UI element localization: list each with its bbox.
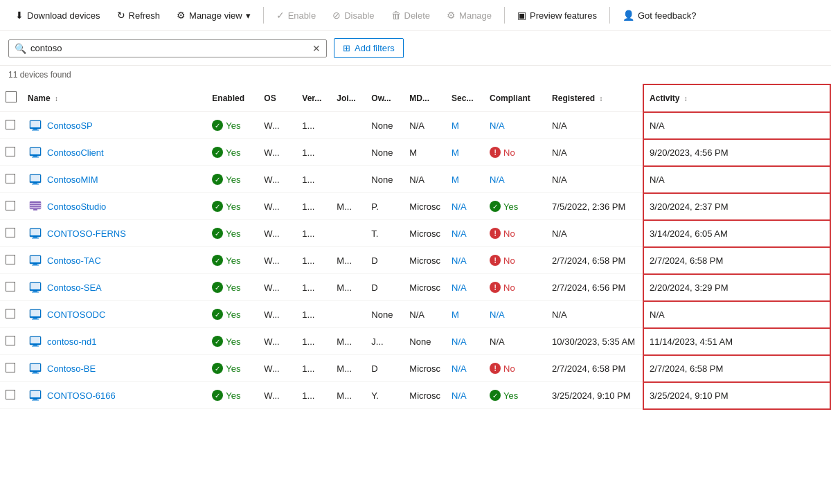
filter-icon: ⊞ (343, 43, 350, 53)
chevron-down-icon: ▾ (246, 10, 251, 21)
select-all-checkbox[interactable] (0, 84, 22, 112)
svg-rect-40 (32, 373, 39, 374)
compliant-cell: ✓ Yes (484, 382, 546, 409)
activity-cell: N/A (643, 301, 830, 328)
row-checkbox[interactable] (6, 255, 15, 264)
activity-cell: N/A (643, 112, 830, 139)
svg-rect-20 (32, 238, 39, 239)
device-icon (28, 307, 43, 321)
device-name-link[interactable]: Contoso-BE (47, 363, 96, 374)
row-checkbox[interactable] (6, 390, 15, 399)
device-name-link[interactable]: ContosoStudio (47, 201, 106, 212)
svg-rect-14 (30, 205, 41, 206)
clear-search-icon[interactable]: ✕ (312, 43, 321, 54)
device-name-link[interactable]: ContosoMIM (47, 174, 98, 185)
enabled-cell: ✓ Yes (206, 355, 258, 382)
table-row: ContosoSP ✓ Yes W... 1... None N/A M N/A… (0, 112, 830, 139)
separator-2 (504, 7, 505, 24)
search-icon: 🔍 (15, 43, 26, 54)
own-cell: Y. (366, 382, 404, 409)
svg-rect-6 (33, 156, 37, 157)
enabled-cell: ✓ Yes (206, 274, 258, 301)
own-cell: J... (366, 328, 404, 355)
row-checkbox[interactable] (6, 282, 15, 291)
svg-rect-2 (33, 129, 37, 130)
sec-cell: N/A (446, 220, 484, 247)
delete-button[interactable]: 🗑 Delete (384, 6, 438, 25)
row-checkbox[interactable] (6, 120, 15, 129)
registered-cell: N/A (546, 112, 643, 139)
device-name-link[interactable]: CONTOSO-6166 (47, 390, 116, 401)
search-bar: 🔍 ✕ ⊞ Add filters (0, 31, 831, 66)
device-icon (28, 172, 43, 186)
registered-cell: 3/25/2024, 9:10 PM (546, 382, 643, 409)
row-checkbox[interactable] (6, 309, 15, 318)
md-cell: M (404, 139, 446, 166)
enabled-cell: ✓ Yes (206, 328, 258, 355)
registered-cell: 10/30/2023, 5:35 AM (546, 328, 643, 355)
table-header-row: Name ↕ Enabled OS Ver... Joi... Ow... (0, 84, 830, 112)
joi-cell: M... (331, 328, 366, 355)
svg-rect-30 (30, 310, 40, 316)
col-header-registered[interactable]: Registered ↕ (546, 84, 643, 112)
row-checkbox[interactable] (6, 336, 15, 345)
device-name-link[interactable]: contoso-nd1 (47, 336, 97, 347)
manage-button[interactable]: ⚙ Manage (440, 6, 499, 25)
preview-features-button[interactable]: ▣ Preview features (510, 6, 604, 25)
os-cell: W... (258, 112, 296, 139)
row-checkbox[interactable] (6, 147, 15, 156)
compliant-cell: N/A (484, 301, 546, 328)
md-cell: N/A (404, 301, 446, 328)
row-checkbox[interactable] (6, 201, 15, 210)
sec-cell: N/A (446, 274, 484, 301)
enable-button[interactable]: ✓ Enable (269, 6, 323, 25)
col-header-name[interactable]: Name ↕ (22, 84, 206, 112)
os-cell: W... (258, 274, 296, 301)
device-name-cell: ContosoClient (22, 139, 206, 166)
os-cell: W... (258, 355, 296, 382)
disable-button[interactable]: ⊘ Disable (325, 6, 381, 25)
svg-rect-9 (30, 175, 40, 181)
sec-cell: M (446, 139, 484, 166)
activity-cell: 11/14/2023, 4:51 AM (643, 328, 830, 355)
enabled-cell: ✓ Yes (206, 247, 258, 274)
device-name-cell: Contoso-SEA (22, 274, 206, 301)
device-name-link[interactable]: CONTOSODC (47, 309, 105, 320)
device-name-link[interactable]: ContosoSP (47, 120, 93, 131)
activity-cell: 3/20/2024, 2:37 PM (643, 193, 830, 220)
table-row: CONTOSODC ✓ Yes W... 1... None N/A M N/A… (0, 301, 830, 328)
col-header-activity[interactable]: Activity ↕ (643, 84, 830, 112)
registered-cell: 7/5/2022, 2:36 PM (546, 193, 643, 220)
col-header-md: MD... (404, 84, 446, 112)
add-filters-button[interactable]: ⊞ Add filters (334, 38, 404, 58)
joi-cell (331, 301, 366, 328)
download-devices-button[interactable]: ⬇ Download devices (8, 6, 107, 25)
svg-rect-42 (30, 391, 40, 397)
row-checkbox[interactable] (6, 363, 15, 372)
compliant-cell: ! No (484, 220, 546, 247)
activity-cell: 2/20/2024, 3:29 PM (643, 274, 830, 301)
got-feedback-button[interactable]: 👤 Got feedback? (616, 6, 704, 25)
device-name-link[interactable]: Contoso-SEA (47, 282, 102, 293)
sec-cell: M (446, 301, 484, 328)
row-checkbox-cell (0, 328, 22, 355)
svg-rect-13 (30, 203, 41, 204)
activity-cell: N/A (643, 166, 830, 193)
manage-view-button[interactable]: ⚙ Manage view ▾ (170, 6, 258, 25)
sort-icon-name: ↕ (55, 95, 58, 102)
ver-cell: 1... (296, 274, 331, 301)
device-name-link[interactable]: CONTOSO-FERNS (47, 228, 126, 239)
device-name-link[interactable]: ContosoClient (47, 147, 104, 158)
svg-rect-1 (30, 121, 40, 127)
own-cell: D (366, 274, 404, 301)
device-name-cell: contoso-nd1 (22, 328, 206, 355)
md-cell: Microsc (404, 355, 446, 382)
activity-cell: 3/14/2024, 6:05 AM (643, 220, 830, 247)
row-checkbox[interactable] (6, 174, 15, 183)
refresh-button[interactable]: ↻ Refresh (110, 6, 168, 25)
sec-cell: N/A (446, 382, 484, 409)
registered-cell: N/A (546, 301, 643, 328)
search-input[interactable] (30, 43, 312, 53)
device-name-link[interactable]: Contoso-TAC (47, 255, 101, 266)
row-checkbox[interactable] (6, 228, 15, 237)
